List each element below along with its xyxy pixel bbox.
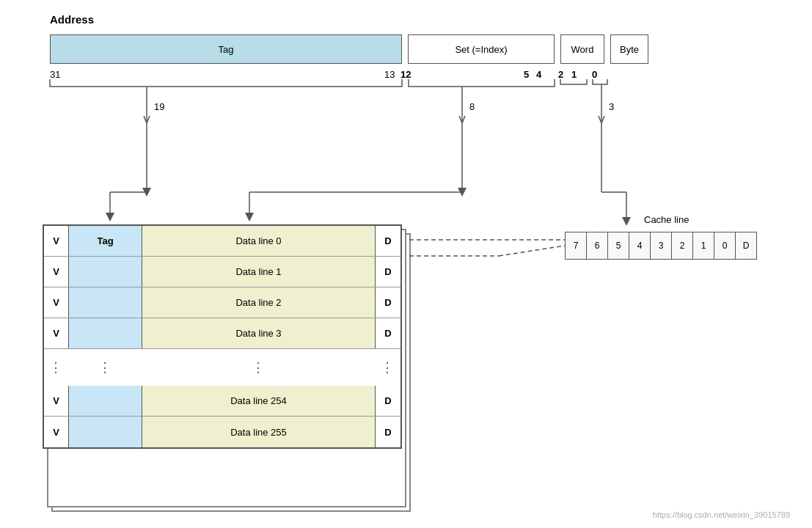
cache-line-label: Cache line [644,214,689,225]
svg-line-9 [599,116,601,123]
cl-2: 2 [671,232,693,260]
bit-5: 5 [524,69,529,80]
watermark: https://blog.csdn.net/weixin_39015789 [653,510,790,519]
bit-12: 12 [400,69,411,80]
svg-line-6 [462,116,465,123]
bit-2: 2 [558,69,563,80]
data-cell-255: Data line 255 [142,417,376,447]
tag-cell-0: Tag [69,226,142,256]
bit-31: 31 [50,69,60,80]
d-cell-1: D [376,257,400,287]
address-label: Address [50,13,94,26]
tag-field: Tag [50,34,402,64]
data-cell-254: Data line 254 [142,386,376,416]
bit-4: 4 [536,69,541,80]
cl-6: 6 [586,232,608,260]
data-cell-1: Data line 1 [142,257,376,287]
d-cell-2: D [376,287,400,318]
cache-row-2: V Data line 2 D [44,287,400,318]
v-cell-3: V [44,318,69,348]
svg-line-5 [459,116,462,123]
cl-4: 4 [629,232,651,260]
svg-line-20 [499,246,565,256]
bit-13: 13 [384,69,395,80]
bit-1: 1 [571,69,577,80]
cache-row-3: V Data line 3 D [44,318,400,349]
cache-row-0: V Tag Data line 0 D [44,226,400,257]
word-field: Word [560,34,604,64]
byte-label: Byte [620,44,639,55]
cache-row-1: V Data line 1 D [44,257,400,287]
cache-row-254: V Data line 254 D [44,386,400,417]
cache-row-255: V Data line 255 D [44,417,400,447]
tag-label: Tag [219,44,234,55]
cl-0: 0 [714,232,736,260]
svg-line-1 [144,116,147,123]
byte-field: Byte [610,34,648,64]
data-cell-3: Data line 3 [142,318,376,348]
cl-1: 1 [692,232,714,260]
bits-8-label: 8 [469,101,475,112]
data-cell-2: Data line 2 [142,287,376,318]
data-cell-0: Data line 0 [142,226,376,256]
bits-19-label: 19 [154,101,164,112]
cl-5: 5 [607,232,629,260]
v-cell-255: V [44,417,69,447]
bit-0: 0 [592,69,597,80]
cl-3: 3 [650,232,672,260]
d-cell-3: D [376,318,400,348]
v-cell-2: V [44,287,69,318]
svg-line-2 [147,116,150,123]
set-field: Set (=Index) [408,34,555,64]
bits-3-label: 3 [609,101,614,112]
d-cell-255: D [376,417,400,447]
cache-line-area: 7 6 5 4 3 2 1 0 D [565,232,757,260]
d-cell-0: D [376,226,400,256]
cl-d: D [735,232,757,260]
d-cell-254: D [376,386,400,416]
dots-row: ⋮ ⋮ ⋮ ⋮ [44,349,400,386]
v-cell-0: V [44,226,69,256]
svg-line-10 [601,116,604,123]
set-label: Set (=Index) [455,44,507,55]
v-cell-1: V [44,257,69,287]
v-cell-254: V [44,386,69,416]
word-label: Word [571,44,594,55]
cl-7: 7 [565,232,587,260]
